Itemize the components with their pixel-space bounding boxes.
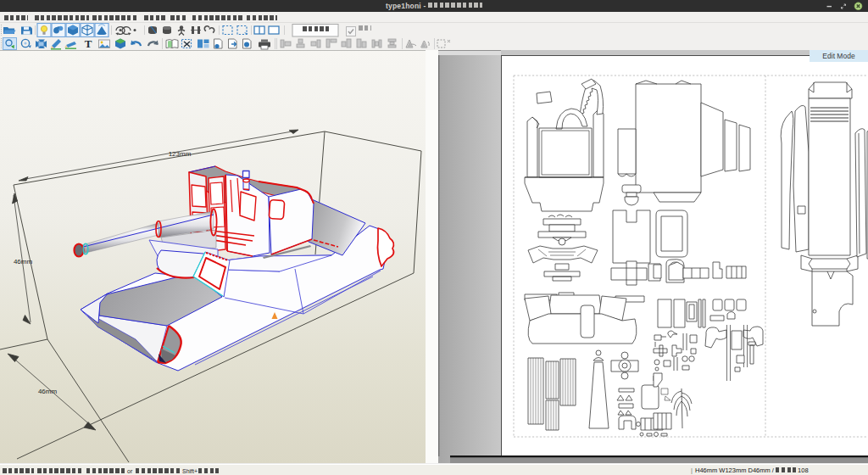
- svg-text:46mm: 46mm: [14, 258, 33, 265]
- svg-text:123mm: 123mm: [169, 150, 192, 158]
- svg-text:46mm: 46mm: [38, 388, 58, 395]
- svg-text:T: T: [85, 37, 92, 50]
